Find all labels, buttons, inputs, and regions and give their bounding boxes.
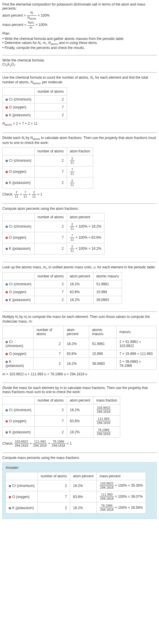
element-color-icon	[6, 361, 8, 363]
answer-table: number of atomsatom percentmass percent …	[6, 472, 146, 513]
atom-percent-table: number of atomsatom percent Cr (chromium…	[2, 213, 105, 254]
table-row: O (oxygen)763.6%111.993294.1818	[3, 416, 120, 427]
element-color-icon	[6, 248, 8, 250]
intro-section: Find the elemental composition for potas…	[2, 2, 157, 52]
element-color-icon	[6, 171, 8, 173]
table-row: Cr (chromium)2211	[3, 155, 93, 166]
natoms-equation: Natoms = 2 + 7 + 2 = 11	[2, 122, 157, 126]
table-row: O (oxygen)763.6%15.9997 × 15.999 = 111.9…	[3, 350, 157, 358]
element-color-icon	[6, 106, 8, 109]
divider	[2, 203, 157, 204]
molecular-mass-table: number of atomsatom percentatomic mass/u…	[2, 326, 157, 370]
atom-percent-section: Compute atom percents using the atom fra…	[2, 207, 157, 259]
molecular-mass-section: Multiply Ni by mi to compute the mass fo…	[2, 315, 157, 380]
element-color-icon	[6, 98, 8, 101]
table-header: number of atomsatom fraction	[3, 147, 93, 155]
divider	[2, 383, 157, 383]
atompercent-text: Compute atom percents using the atom fra…	[2, 207, 157, 211]
final-section: Compute mass percents using the mass fra…	[2, 456, 157, 521]
divider	[2, 262, 157, 262]
m-equation: m = 103.9922 u + 111.993 u + 78.1966 u =…	[2, 372, 157, 376]
table-header: number of atomsatom percentatomic mass/u…	[3, 326, 157, 338]
element-color-icon	[6, 420, 8, 423]
final-text: Compute mass percents using the mass fra…	[2, 456, 157, 460]
table-row: K (potassium)2211	[3, 177, 93, 188]
massfrac-check: Check: 103.9922294.1818 + 111.993294.181…	[2, 440, 157, 447]
table-row: O (oxygen)7711 × 100% = 63.6%	[3, 232, 105, 243]
element-color-icon	[6, 283, 8, 286]
table-row: Cr (chromium)2	[3, 95, 67, 103]
divider	[2, 453, 157, 453]
table-row: Cr (chromium)218.2%51.99612 × 51.9961 = …	[3, 338, 157, 350]
element-color-icon	[6, 291, 8, 293]
atom-fraction-section: Divide each Ni by Natoms to calculate at…	[2, 136, 157, 200]
molmass-text: Multiply Ni by mi to compute the mass fo…	[2, 315, 157, 323]
count-text: Use the chemical formula to count the nu…	[2, 75, 157, 85]
table-row: O (oxygen)7711	[3, 166, 93, 177]
table-header: number of atoms	[3, 87, 67, 95]
element-color-icon	[6, 114, 8, 117]
plan-header: Plan:	[2, 31, 157, 36]
table-header: number of atomsatom percent	[3, 213, 105, 221]
table-row: K (potassium)218.2%39.0983	[3, 296, 122, 304]
atomfrac-check: Check: 211 + 711 + 211 = 1	[2, 191, 157, 198]
divider	[2, 133, 157, 133]
element-color-icon	[9, 485, 11, 487]
formula-title: Write the chemical formula:	[2, 58, 157, 62]
table-header: number of atomsatom percentatomic mass/u	[3, 272, 122, 280]
element-color-icon	[6, 237, 8, 239]
plan-bullet-1: • Write the chemical formula and gather …	[2, 37, 157, 41]
table-row: K (potassium)2211 × 100% = 18.2%	[3, 243, 105, 254]
element-color-icon	[9, 507, 11, 509]
table-row: Cr (chromium)218.2%103.9922294.1818 × 10…	[6, 480, 146, 491]
table-row: K (potassium)218.2%78.1966294.1818	[3, 427, 120, 438]
formula-section: Write the chemical formula: Cr2K2O7	[2, 58, 157, 69]
atomic-mass-section: Look up the atomic mass, mi, in unified …	[2, 265, 157, 309]
element-color-icon	[6, 341, 8, 343]
table-row: K (potassium)2	[3, 111, 67, 119]
answer-header: Answer:	[6, 465, 153, 470]
element-color-icon	[6, 226, 8, 228]
table-header: number of atomsatom percentmass percent	[6, 472, 146, 480]
mass-fraction-table: number of atomsatom percentmass fraction…	[2, 396, 120, 438]
chemical-formula: Cr2K2O7	[2, 62, 157, 67]
table-row: K (potassium)218.2%78.1966294.1818 × 100…	[6, 502, 146, 513]
table-row: Cr (chromium)2211 × 100% = 18.2%	[3, 221, 105, 232]
table-row: K (potassium)218.2%39.09832 × 39.0983 = …	[3, 358, 157, 370]
count-section: Use the chemical formula to count the nu…	[2, 75, 157, 130]
element-color-icon	[6, 409, 8, 411]
table-row: O (oxygen)763.6%15.999	[3, 288, 122, 296]
atom-fraction-table: number of atomsatom fraction Cr (chromiu…	[2, 147, 93, 189]
intro-text: Find the elemental composition for potas…	[2, 2, 157, 10]
mass-percent-formula: mass percent = Nimim × 100%	[2, 21, 157, 29]
divider	[2, 312, 157, 312]
element-color-icon	[6, 182, 8, 184]
element-color-icon	[9, 496, 11, 498]
element-color-icon	[6, 353, 8, 355]
divider	[2, 72, 157, 73]
table-row: Cr (chromium)218.2%103.9922294.1818	[3, 404, 120, 416]
element-color-icon	[6, 431, 8, 434]
atom-percent-formula: atom percent = NiNatoms × 100%	[2, 11, 157, 20]
element-color-icon	[6, 299, 8, 301]
atomfrac-text: Divide each Ni by Natoms to calculate at…	[2, 136, 157, 145]
atomicmass-text: Look up the atomic mass, mi, in unified …	[2, 265, 157, 270]
plan-bullet-3: • Finally, compute the percents and chec…	[2, 46, 157, 50]
plan-bullet-2: • Determine values for Ni, mi, Natoms an…	[2, 41, 157, 45]
divider	[2, 55, 157, 55]
element-color-icon	[6, 160, 8, 162]
table-header: number of atomsatom percentmass fraction	[3, 397, 120, 404]
atoms-table: number of atoms Cr (chromium)2 O (oxygen…	[2, 87, 67, 119]
table-row: O (oxygen)7	[3, 103, 67, 111]
massfrac-text: Divide the mass for each element by m to…	[2, 386, 157, 394]
table-row: Cr (chromium)218.2%51.9961	[3, 280, 122, 288]
atomic-mass-table: number of atomsatom percentatomic mass/u…	[2, 272, 122, 304]
mass-fraction-section: Divide the mass for each element by m to…	[2, 386, 157, 450]
answer-box: Answer: number of atomsatom percentmass …	[2, 462, 157, 519]
table-row: O (oxygen)763.6%111.993294.1818 × 100% =…	[6, 491, 146, 502]
